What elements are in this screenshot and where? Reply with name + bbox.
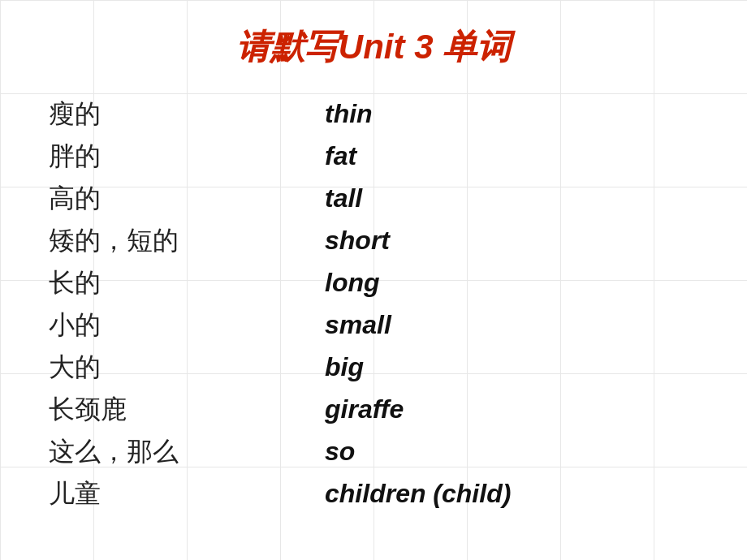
english-word: fat [325, 136, 698, 175]
vocab-row: 小的small [49, 305, 698, 344]
english-word: short [325, 221, 698, 260]
vocab-table: 瘦的thin胖的fat高的tall矮的，短的short长的long小的small… [49, 94, 698, 513]
english-word: so [325, 432, 698, 471]
page-title: 请默写Unit 3 单词 [236, 24, 511, 70]
chinese-word: 大的 [49, 347, 325, 386]
chinese-word: 这么，那么 [49, 432, 325, 471]
english-word: children (child) [325, 474, 698, 513]
vocab-row: 长的long [49, 263, 698, 302]
chinese-word: 高的 [49, 179, 325, 218]
chinese-word: 瘦的 [49, 94, 325, 133]
english-word: long [325, 263, 698, 302]
english-word: big [325, 347, 698, 386]
vocab-row: 大的big [49, 347, 698, 386]
chinese-word: 长的 [49, 263, 325, 302]
chinese-word: 长颈鹿 [49, 390, 325, 429]
vocab-row: 矮的，短的short [49, 221, 698, 260]
vocab-row: 高的tall [49, 179, 698, 218]
chinese-word: 儿童 [49, 474, 325, 513]
vocab-row: 胖的fat [49, 136, 698, 175]
english-word: giraffe [325, 390, 698, 429]
vocab-row: 这么，那么so [49, 432, 698, 471]
vocab-row: 瘦的thin [49, 94, 698, 133]
page-container: 请默写Unit 3 单词 瘦的thin胖的fat高的tall矮的，短的short… [0, 0, 747, 560]
vocab-row: 长颈鹿giraffe [49, 390, 698, 429]
chinese-word: 矮的，短的 [49, 221, 325, 260]
english-word: thin [325, 94, 698, 133]
chinese-word: 小的 [49, 305, 325, 344]
vocab-row: 儿童children (child) [49, 474, 698, 513]
chinese-word: 胖的 [49, 136, 325, 175]
english-word: small [325, 305, 698, 344]
english-word: tall [325, 179, 698, 218]
